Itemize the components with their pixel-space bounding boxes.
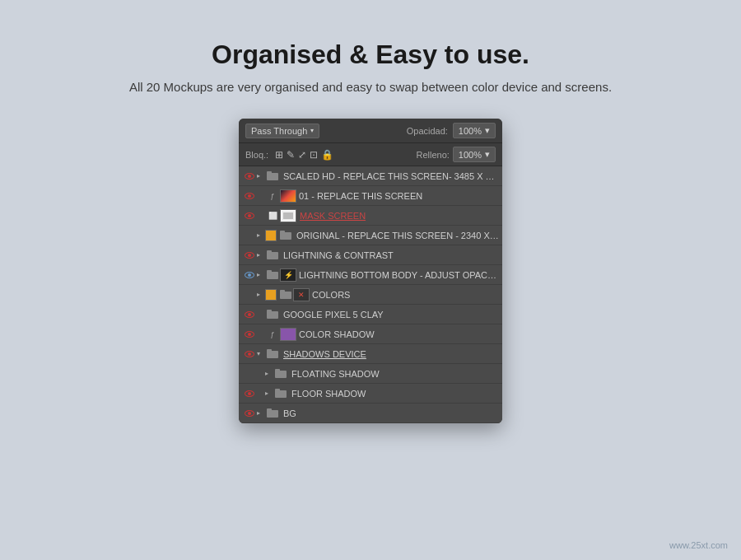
layer-row[interactable]: ▸ ƒ 01 - REPLACE THIS SCREEN xyxy=(239,186,502,206)
layer-arrow: ▸ xyxy=(257,271,265,278)
layer-thumbnail xyxy=(280,189,296,203)
layer-row[interactable]: ▸ ⬜ MASK SCREEN xyxy=(239,206,502,226)
layer-arrow: ▸ xyxy=(265,390,273,397)
layer-thumbnail: ⚡ xyxy=(280,268,296,282)
blend-mode-chevron: ▾ xyxy=(310,127,314,134)
layer-row[interactable]: ▸ ✕ COLORS xyxy=(239,285,502,305)
smart-object-icon: ƒ xyxy=(265,327,280,342)
opacity-dropdown[interactable]: 100% ▾ xyxy=(453,123,496,138)
layer-row[interactable]: ▸ SCALED HD - REPLACE THIS SCREEN- 3485 … xyxy=(239,166,502,186)
eye-icon[interactable] xyxy=(242,327,257,342)
eye-icon[interactable] xyxy=(242,208,257,223)
blend-mode-dropdown[interactable]: Pass Through ▾ xyxy=(245,124,319,138)
eye-icon[interactable] xyxy=(242,189,257,203)
layer-arrow: ▸ xyxy=(257,310,265,318)
blend-mode-label: Pass Through xyxy=(251,126,307,136)
layer-name: FLOOR SHADOW xyxy=(288,389,499,399)
layer-thumbnail xyxy=(280,209,296,222)
folder-icon xyxy=(265,307,280,322)
eye-icon[interactable] xyxy=(242,347,257,362)
layer-row[interactable]: ▸ BG xyxy=(239,404,502,423)
panel-container: Pass Through ▾ Opacidad: 100% ▾ Bloq.: ⊞… xyxy=(0,119,741,423)
eye-icon[interactable] xyxy=(242,169,257,184)
fill-value: 100% xyxy=(459,150,482,160)
layer-type-icon: ⬜ xyxy=(265,208,280,223)
opacity-chevron: ▾ xyxy=(485,125,490,136)
fill-label: Relleno: xyxy=(417,150,450,160)
folder-icon xyxy=(265,347,280,362)
folder-icon xyxy=(278,228,293,243)
photoshop-layers-panel: Pass Through ▾ Opacidad: 100% ▾ Bloq.: ⊞… xyxy=(239,119,502,423)
svg-rect-1 xyxy=(283,212,293,219)
lock-pixels-icon[interactable]: ⊞ xyxy=(275,149,283,161)
eye-icon[interactable] xyxy=(242,307,257,322)
lock-all-icon[interactable]: ⊡ xyxy=(310,149,318,161)
fill-section: Relleno: 100% ▾ xyxy=(417,147,496,162)
layer-arrow: ▸ xyxy=(257,212,265,219)
page-subtitle: All 20 Mockups are very organised and ea… xyxy=(0,80,741,94)
lock-label: Bloq.: xyxy=(245,150,268,160)
layer-thumbnail xyxy=(280,328,296,341)
folder-icon xyxy=(265,248,280,263)
eye-icon[interactable] xyxy=(242,386,257,401)
layer-row[interactable]: ▾ SHADOWS DEVICE xyxy=(239,344,502,364)
layer-color-swatch xyxy=(265,230,277,241)
folder-icon xyxy=(278,287,293,302)
layer-arrow: ▸ xyxy=(257,192,265,199)
layer-row[interactable]: ▸ ƒ COLOR SHADOW xyxy=(239,324,502,344)
eye-icon[interactable] xyxy=(242,406,257,421)
folder-icon xyxy=(265,169,280,184)
layer-arrow: ▸ xyxy=(257,291,265,298)
folder-icon xyxy=(273,366,288,381)
layer-row[interactable]: ▸ LIGHTNING & CONTRAST xyxy=(239,245,502,265)
page-title: Organised & Easy to use. xyxy=(0,40,741,70)
eye-icon[interactable] xyxy=(242,268,257,282)
fill-dropdown[interactable]: 100% ▾ xyxy=(453,147,496,162)
opacity-value: 100% xyxy=(459,126,482,136)
layer-name: BG xyxy=(280,408,499,418)
layer-name: SCALED HD - REPLACE THIS SCREEN- 3485 X … xyxy=(280,171,499,181)
layer-name: LIGHTNING & CONTRAST xyxy=(280,250,499,260)
lock-position-icon[interactable]: ✎ xyxy=(287,149,295,161)
opacity-label: Opacidad: xyxy=(407,126,448,136)
layer-name: 01 - REPLACE THIS SCREEN xyxy=(296,191,499,201)
fill-chevron: ▾ xyxy=(485,149,490,160)
layer-name: GOOGLE PIXEL 5 CLAY xyxy=(280,310,499,320)
layer-row[interactable]: ▸ FLOATING SHADOW xyxy=(239,364,502,384)
layer-name: COLOR SHADOW xyxy=(296,329,499,339)
layer-color-swatch xyxy=(265,289,277,301)
layers-list: ▸ SCALED HD - REPLACE THIS SCREEN- 3485 … xyxy=(239,166,502,423)
eye-icon[interactable] xyxy=(242,248,257,263)
eye-slot xyxy=(242,366,257,381)
layer-arrow: ▸ xyxy=(257,330,265,338)
layer-name: COLORS xyxy=(310,290,499,300)
eye-slot xyxy=(242,228,257,243)
folder-icon xyxy=(265,406,280,421)
layer-name: FLOATING SHADOW xyxy=(288,369,499,379)
lock-icons: ⊞ ✎ ⤢ ⊡ 🔒 xyxy=(275,149,333,161)
folder-icon xyxy=(273,386,288,401)
layer-name: LIGHTNING BOTTOM BODY - ADJUST OPACITY xyxy=(296,270,499,280)
layer-arrow: ▸ xyxy=(265,370,273,377)
toolbar-top: Pass Through ▾ Opacidad: 100% ▾ xyxy=(239,119,502,143)
layer-name: SHADOWS DEVICE xyxy=(280,349,499,359)
smart-object-icon: ƒ xyxy=(265,189,280,203)
layer-arrow: ▸ xyxy=(257,231,265,239)
lock-artboard-icon[interactable]: ⤢ xyxy=(298,149,306,161)
toolbar-bottom: Bloq.: ⊞ ✎ ⤢ ⊡ 🔒 Relleno: 100% ▾ xyxy=(239,143,502,166)
layer-name: MASK SCREEN xyxy=(296,211,499,221)
layer-arrow: ▾ xyxy=(257,350,265,357)
layer-arrow: ▸ xyxy=(257,409,265,417)
layer-thumbnail: ✕ xyxy=(293,288,310,301)
folder-icon xyxy=(265,268,280,282)
layer-row[interactable]: ▸ ⚡ LIGHTNING BOTTOM BODY - ADJUST OPACI… xyxy=(239,265,502,285)
layer-row[interactable]: ▸ ORIGINAL - REPLACE THIS SCREEN - 2340 … xyxy=(239,226,502,245)
layer-row[interactable]: ▸ FLOOR SHADOW xyxy=(239,384,502,404)
layer-arrow: ▸ xyxy=(257,172,265,180)
layer-arrow: ▸ xyxy=(257,251,265,259)
layer-row[interactable]: ▸ GOOGLE PIXEL 5 CLAY xyxy=(239,305,502,324)
lock-icon[interactable]: 🔒 xyxy=(321,149,333,161)
eye-slot xyxy=(242,287,257,302)
layer-name: ORIGINAL - REPLACE THIS SCREEN - 2340 X … xyxy=(293,231,499,240)
watermark: www.25xt.com xyxy=(669,540,728,550)
